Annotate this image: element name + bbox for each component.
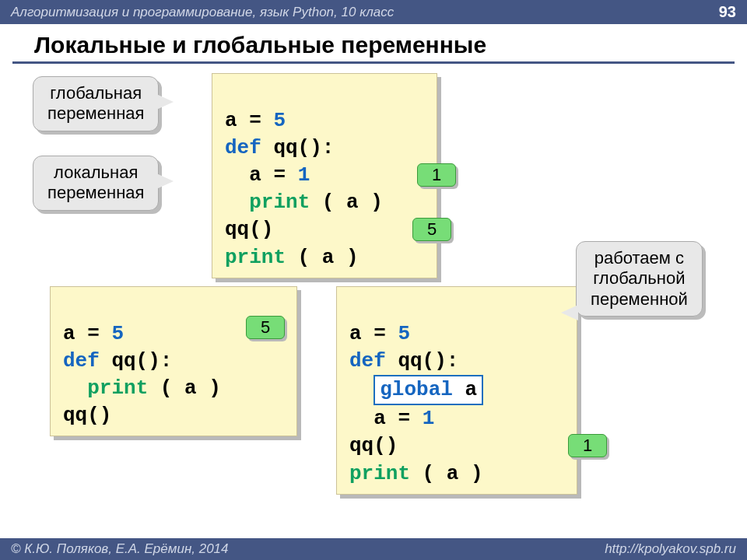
code-block-3: a = 5 def qq(): global a a = 1 qq() prin… bbox=[336, 286, 577, 495]
callout-use-global: работаем с глобальной переменной bbox=[576, 241, 703, 317]
callout-local-variable: локальная переменная bbox=[33, 156, 159, 211]
code-block-1: a = 5 def qq(): a = 1 print ( a ) qq() p… bbox=[212, 73, 437, 278]
slide-body: a = 5 def qq(): a = 1 print ( a ) qq() p… bbox=[0, 68, 747, 539]
course-title: Алгоритмизация и программирование, язык … bbox=[11, 5, 394, 20]
footer-url: http://kpolyakov.spb.ru bbox=[605, 541, 736, 557]
footer-bar: © К.Ю. Поляков, Е.А. Ерёмин, 2014 http:/… bbox=[0, 538, 747, 560]
page-number: 93 bbox=[719, 3, 736, 21]
top-bar: Алгоритмизация и программирование, язык … bbox=[0, 0, 747, 24]
output-badge-3: 1 bbox=[568, 434, 607, 457]
callout-global-variable: глобальная переменная bbox=[33, 76, 159, 131]
slide-title: Локальные и глобальные переменные bbox=[12, 24, 735, 64]
footer-copyright: © К.Ю. Поляков, Е.А. Ерёмин, 2014 bbox=[11, 541, 229, 557]
output-badge-1b: 5 bbox=[412, 218, 451, 241]
code-block-2: a = 5 def qq(): print ( a ) qq() bbox=[50, 286, 297, 436]
output-badge-2: 5 bbox=[246, 316, 285, 339]
output-badge-1a: 1 bbox=[417, 163, 456, 187]
